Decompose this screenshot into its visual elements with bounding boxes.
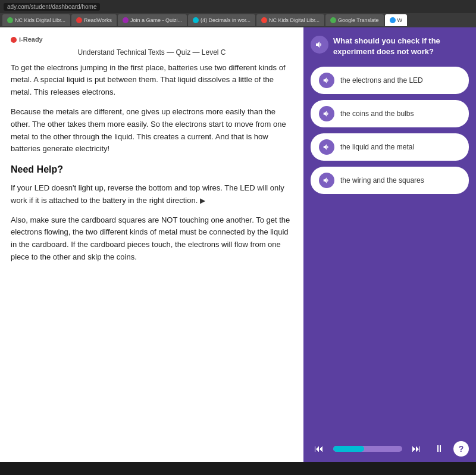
reading-para-3: If your LED doesn't light up, reverse th… (11, 182, 293, 207)
progress-bar (333, 446, 402, 452)
quiz-title: Understand Technical Texts — Quiz — Leve… (11, 47, 293, 58)
tab-readworks[interactable]: ReadWorks (71, 14, 117, 26)
skip-forward-button[interactable]: ⏭ (408, 440, 425, 457)
skip-forward-icon: ⏭ (412, 443, 421, 454)
tab-icon-nc1 (7, 17, 13, 23)
iready-dot (11, 37, 17, 43)
question-text: What should you check if the experiment … (333, 36, 469, 57)
answer-option-3[interactable]: the liquid and the metal (311, 133, 469, 161)
need-help-heading: Need Help? (11, 162, 293, 177)
pause-button[interactable]: ⏸ (431, 440, 447, 457)
reading-pane: i-Ready Understand Technical Texts — Qui… (0, 27, 303, 462)
answer-option-4[interactable]: the wiring and the squares (311, 167, 469, 194)
answer-label-3: the liquid and the metal (340, 143, 414, 151)
reading-text: To get the electrons jumping in the firs… (11, 62, 293, 264)
answer-label-4: the wiring and the squares (340, 176, 424, 185)
answer-speaker-2[interactable] (319, 106, 334, 121)
tab-google-translate[interactable]: Google Translate (325, 14, 384, 26)
tab-decimals[interactable]: (4) Decimals in wor... (188, 14, 255, 26)
question-area: What should you check if the experiment … (311, 36, 469, 57)
help-icon: ? (459, 444, 464, 454)
speaker-icon-2 (322, 110, 331, 118)
quiz-controls: ⏮ ⏭ ⏸ ? (311, 437, 469, 457)
answer-option-1[interactable]: the electrons and the LED (311, 67, 469, 94)
speaker-icon-4 (322, 176, 331, 185)
answer-label-2: the coins and the bulbs (340, 110, 414, 118)
tab-icon-q (123, 17, 129, 23)
tab-icon-gt (330, 17, 336, 23)
answer-speaker-4[interactable] (319, 173, 334, 188)
tab-icon-w (390, 17, 396, 23)
tab-nc-kids-1[interactable]: NC Kids Digital Libr... (2, 14, 70, 26)
tab-nc-kids-2[interactable]: NC Kids Digital Libr... (256, 14, 324, 26)
iready-badge: i-Ready (11, 35, 293, 45)
url-text: ady.com/student/dashboard/home (4, 3, 100, 11)
answer-speaker-1[interactable] (319, 73, 334, 88)
tab-icon-nc2 (261, 17, 267, 23)
tab-icon-d (193, 17, 199, 23)
tab-active[interactable]: W (385, 14, 408, 26)
skip-back-button[interactable]: ⏮ (311, 440, 327, 457)
reading-para-4: Also, make sure the cardboard squares ar… (11, 214, 293, 264)
progress-fill (333, 446, 364, 452)
answer-options: the electrons and the LED the coins and … (311, 67, 469, 431)
tab-quizi[interactable]: Join a Game - Quizi... (118, 14, 187, 26)
speaker-icon-1 (322, 76, 331, 85)
tab-bar: NC Kids Digital Libr... ReadWorks Join a… (0, 13, 476, 27)
pause-icon: ⏸ (434, 443, 444, 454)
tab-icon-rw (76, 17, 82, 23)
help-button[interactable]: ? (453, 441, 469, 457)
answer-label-1: the electrons and the LED (340, 76, 423, 85)
iready-text: i-Ready (19, 35, 43, 45)
skip-back-icon: ⏮ (314, 443, 324, 454)
speaker-icon-3 (322, 143, 331, 151)
quiz-pane: What should you check if the experiment … (303, 27, 476, 462)
main-content: i-Ready Understand Technical Texts — Qui… (0, 27, 476, 462)
question-speaker-button[interactable] (311, 36, 328, 54)
answer-option-2[interactable]: the coins and the bulbs (311, 100, 469, 127)
reading-para-1: To get the electrons jumping in the firs… (11, 62, 293, 99)
answer-speaker-3[interactable] (319, 139, 334, 155)
reading-para-2: Because the metals are different, one gi… (11, 106, 293, 155)
speaker-icon (315, 40, 324, 49)
url-bar: ady.com/student/dashboard/home (0, 0, 476, 13)
